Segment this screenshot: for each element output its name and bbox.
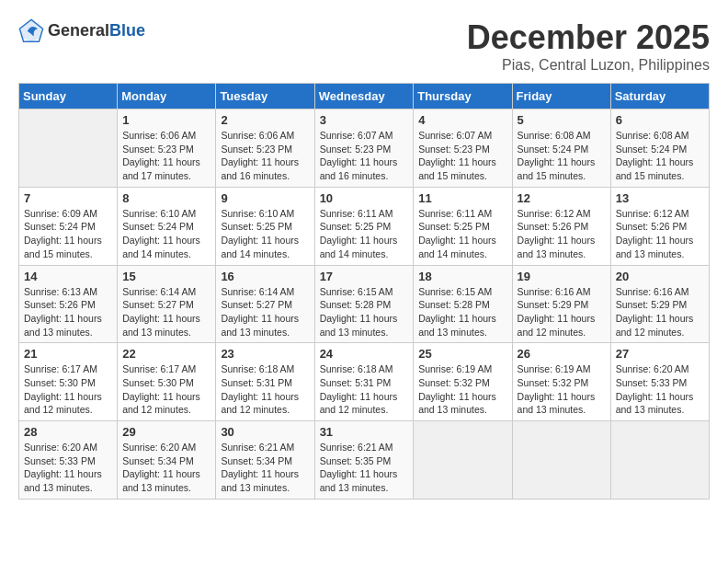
day-info: Sunrise: 6:10 AMSunset: 5:25 PMDaylight:… xyxy=(221,207,309,261)
day-info: Sunrise: 6:15 AMSunset: 5:28 PMDaylight:… xyxy=(418,285,506,339)
day-number: 30 xyxy=(221,425,309,439)
day-info: Sunrise: 6:14 AMSunset: 5:27 PMDaylight:… xyxy=(221,285,309,339)
day-cell: 12Sunrise: 6:12 AMSunset: 5:26 PMDayligh… xyxy=(512,187,610,265)
day-cell: 3Sunrise: 6:07 AMSunset: 5:23 PMDaylight… xyxy=(314,109,414,188)
day-cell: 20Sunrise: 6:16 AMSunset: 5:29 PMDayligh… xyxy=(610,265,709,343)
day-info: Sunrise: 6:13 AMSunset: 5:26 PMDaylight:… xyxy=(24,285,112,339)
day-cell: 5Sunrise: 6:08 AMSunset: 5:24 PMDaylight… xyxy=(512,109,610,188)
day-cell: 14Sunrise: 6:13 AMSunset: 5:26 PMDayligh… xyxy=(19,265,118,343)
week-row-2: 7Sunrise: 6:09 AMSunset: 5:24 PMDaylight… xyxy=(19,187,710,265)
day-cell: 29Sunrise: 6:20 AMSunset: 5:34 PMDayligh… xyxy=(118,421,216,500)
day-info: Sunrise: 6:18 AMSunset: 5:31 PMDaylight:… xyxy=(221,362,309,417)
weekday-header-monday: Monday xyxy=(118,84,216,109)
logo-icon xyxy=(18,18,44,44)
weekday-header-tuesday: Tuesday xyxy=(216,84,314,109)
weekday-header-sunday: Sunday xyxy=(19,84,118,109)
day-number: 7 xyxy=(24,191,112,205)
day-info: Sunrise: 6:07 AMSunset: 5:23 PMDaylight:… xyxy=(418,129,506,183)
day-number: 14 xyxy=(24,270,112,283)
day-info: Sunrise: 6:12 AMSunset: 5:26 PMDaylight:… xyxy=(616,207,704,261)
day-info: Sunrise: 6:16 AMSunset: 5:29 PMDaylight:… xyxy=(518,285,606,339)
day-info: Sunrise: 6:21 AMSunset: 5:35 PMDaylight:… xyxy=(320,441,409,495)
day-cell: 19Sunrise: 6:16 AMSunset: 5:29 PMDayligh… xyxy=(512,265,610,343)
day-number: 20 xyxy=(616,270,704,283)
day-cell: 2Sunrise: 6:06 AMSunset: 5:23 PMDaylight… xyxy=(216,109,314,188)
day-number: 13 xyxy=(616,191,704,205)
day-cell: 13Sunrise: 6:12 AMSunset: 5:26 PMDayligh… xyxy=(610,187,709,265)
day-cell: 21Sunrise: 6:17 AMSunset: 5:30 PMDayligh… xyxy=(19,343,118,421)
day-info: Sunrise: 6:20 AMSunset: 5:33 PMDaylight:… xyxy=(616,362,704,417)
day-number: 27 xyxy=(616,347,704,361)
day-number: 6 xyxy=(616,113,704,127)
day-info: Sunrise: 6:19 AMSunset: 5:32 PMDaylight:… xyxy=(518,362,606,417)
day-info: Sunrise: 6:06 AMSunset: 5:23 PMDaylight:… xyxy=(122,129,210,183)
day-number: 4 xyxy=(418,113,506,127)
week-row-1: 1Sunrise: 6:06 AMSunset: 5:23 PMDaylight… xyxy=(19,109,710,188)
day-cell: 26Sunrise: 6:19 AMSunset: 5:32 PMDayligh… xyxy=(512,343,610,421)
weekday-header-row: SundayMondayTuesdayWednesdayThursdayFrid… xyxy=(19,84,710,109)
day-number: 2 xyxy=(221,113,309,127)
day-info: Sunrise: 6:07 AMSunset: 5:23 PMDaylight:… xyxy=(320,129,409,183)
logo-blue: Blue xyxy=(109,21,145,40)
day-number: 29 xyxy=(122,425,210,439)
day-cell: 31Sunrise: 6:21 AMSunset: 5:35 PMDayligh… xyxy=(314,421,414,500)
logo-general: General xyxy=(48,21,109,40)
weekday-header-friday: Friday xyxy=(512,84,610,109)
day-info: Sunrise: 6:20 AMSunset: 5:33 PMDaylight:… xyxy=(24,441,112,495)
day-number: 16 xyxy=(221,270,309,283)
week-row-4: 21Sunrise: 6:17 AMSunset: 5:30 PMDayligh… xyxy=(19,343,710,421)
day-cell: 15Sunrise: 6:14 AMSunset: 5:27 PMDayligh… xyxy=(118,265,216,343)
day-number: 28 xyxy=(24,425,112,439)
day-info: Sunrise: 6:06 AMSunset: 5:23 PMDaylight:… xyxy=(221,129,309,183)
day-cell xyxy=(610,421,709,500)
day-number: 24 xyxy=(320,347,409,361)
day-number: 25 xyxy=(418,347,506,361)
day-cell: 1Sunrise: 6:06 AMSunset: 5:23 PMDaylight… xyxy=(118,109,216,188)
day-number: 12 xyxy=(518,191,606,205)
day-number: 8 xyxy=(122,191,210,205)
day-info: Sunrise: 6:08 AMSunset: 5:24 PMDaylight:… xyxy=(616,129,704,183)
day-cell: 16Sunrise: 6:14 AMSunset: 5:27 PMDayligh… xyxy=(216,265,314,343)
day-cell: 22Sunrise: 6:17 AMSunset: 5:30 PMDayligh… xyxy=(118,343,216,421)
day-cell: 7Sunrise: 6:09 AMSunset: 5:24 PMDaylight… xyxy=(19,187,118,265)
logo: GeneralBlue xyxy=(18,18,145,44)
day-number: 22 xyxy=(122,347,210,361)
day-info: Sunrise: 6:09 AMSunset: 5:24 PMDaylight:… xyxy=(24,207,112,261)
day-cell: 23Sunrise: 6:18 AMSunset: 5:31 PMDayligh… xyxy=(216,343,314,421)
calendar-table: SundayMondayTuesdayWednesdayThursdayFrid… xyxy=(18,83,710,500)
day-info: Sunrise: 6:19 AMSunset: 5:32 PMDaylight:… xyxy=(418,362,506,417)
weekday-header-saturday: Saturday xyxy=(610,84,709,109)
day-info: Sunrise: 6:20 AMSunset: 5:34 PMDaylight:… xyxy=(122,441,210,495)
day-number: 11 xyxy=(418,191,506,205)
day-number: 31 xyxy=(320,425,409,439)
day-number: 23 xyxy=(221,347,309,361)
day-info: Sunrise: 6:17 AMSunset: 5:30 PMDaylight:… xyxy=(24,362,112,417)
month-title: December 2025 xyxy=(467,18,710,57)
weekday-header-wednesday: Wednesday xyxy=(314,84,414,109)
day-cell: 25Sunrise: 6:19 AMSunset: 5:32 PMDayligh… xyxy=(414,343,512,421)
day-info: Sunrise: 6:18 AMSunset: 5:31 PMDaylight:… xyxy=(320,362,409,417)
day-cell: 17Sunrise: 6:15 AMSunset: 5:28 PMDayligh… xyxy=(314,265,414,343)
day-info: Sunrise: 6:14 AMSunset: 5:27 PMDaylight:… xyxy=(122,285,210,339)
day-cell: 18Sunrise: 6:15 AMSunset: 5:28 PMDayligh… xyxy=(414,265,512,343)
day-info: Sunrise: 6:12 AMSunset: 5:26 PMDaylight:… xyxy=(518,207,606,261)
day-cell: 30Sunrise: 6:21 AMSunset: 5:34 PMDayligh… xyxy=(216,421,314,500)
day-cell: 9Sunrise: 6:10 AMSunset: 5:25 PMDaylight… xyxy=(216,187,314,265)
day-number: 19 xyxy=(518,270,606,283)
logo-text: GeneralBlue xyxy=(48,22,145,40)
day-cell xyxy=(414,421,512,500)
day-cell: 27Sunrise: 6:20 AMSunset: 5:33 PMDayligh… xyxy=(610,343,709,421)
day-number: 3 xyxy=(320,113,409,127)
day-number: 21 xyxy=(24,347,112,361)
day-cell: 28Sunrise: 6:20 AMSunset: 5:33 PMDayligh… xyxy=(19,421,118,500)
title-area: December 2025 Pias, Central Luzon, Phili… xyxy=(467,18,710,74)
location-title: Pias, Central Luzon, Philippines xyxy=(467,57,710,74)
day-cell: 6Sunrise: 6:08 AMSunset: 5:24 PMDaylight… xyxy=(610,109,709,188)
day-info: Sunrise: 6:16 AMSunset: 5:29 PMDaylight:… xyxy=(616,285,704,339)
day-cell xyxy=(512,421,610,500)
weekday-header-thursday: Thursday xyxy=(414,84,512,109)
day-info: Sunrise: 6:08 AMSunset: 5:24 PMDaylight:… xyxy=(518,129,606,183)
day-info: Sunrise: 6:10 AMSunset: 5:24 PMDaylight:… xyxy=(122,207,210,261)
day-info: Sunrise: 6:11 AMSunset: 5:25 PMDaylight:… xyxy=(418,207,506,261)
day-number: 15 xyxy=(122,270,210,283)
